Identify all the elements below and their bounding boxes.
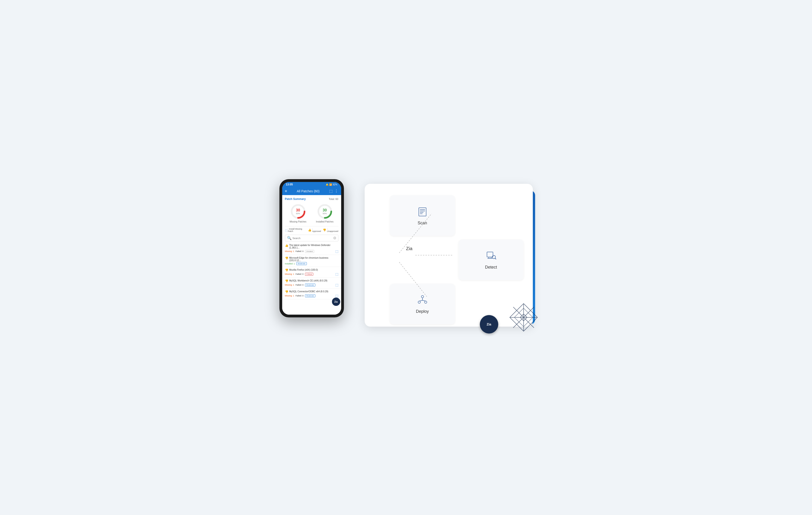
app-title: All Patches (60): [297, 189, 319, 193]
missing-donut: 30 50%: [290, 203, 306, 220]
charts-row: 30 50% Missing Patches: [285, 202, 339, 225]
feature-cards: Scan Detect: [390, 195, 524, 324]
status-badge: Moderate: [296, 262, 307, 265]
battery-icon: 92%: [332, 183, 337, 186]
patch-item[interactable]: 👎 MySQL Workbench CE (x64) (8.0.29) Miss…: [282, 278, 341, 289]
filter-icon[interactable]: ⚙: [333, 236, 336, 240]
patch-total: Total: 60: [329, 198, 339, 200]
approved-icon: 👍: [308, 228, 312, 232]
detect-icon: [486, 250, 497, 262]
installed-patches-chart: 30 50% Installed Patches: [316, 203, 334, 223]
scan-icon: [417, 206, 428, 218]
installed-label: Installed Patches: [316, 221, 334, 223]
detect-card[interactable]: Detect: [459, 239, 524, 280]
unapproved-legend-label: - Unapproved: [327, 228, 338, 232]
scan-label: Scan: [417, 221, 427, 226]
phone-device: 13:05 🔔 📶 92% ≡ All Patches (60) ⬚ ⋮: [280, 179, 344, 317]
install-button[interactable]: ⬚: [336, 283, 339, 287]
status-time: 13:05: [286, 183, 293, 186]
phone-frame: 13:05 🔔 📶 92% ≡ All Patches (60) ⬚ ⋮: [280, 179, 344, 317]
installed-donut: 30 50%: [317, 203, 333, 220]
patch-meta-5: Missing: 1 Failed: 0 Moderate ⬚: [285, 294, 339, 297]
phone-content: Patch Summary Total: 60: [282, 195, 341, 315]
install-button[interactable]: ⬚: [336, 250, 339, 253]
status-bar: 13:05 🔔 📶 92%: [282, 182, 341, 187]
svg-point-14: [421, 295, 424, 298]
app-bar-actions: ⬚ ⋮: [329, 189, 338, 193]
right-panel: Scan Detect: [365, 184, 533, 326]
wifi-icon: 📶: [329, 183, 332, 186]
patch-summary-section: Patch Summary Total: 60: [282, 195, 341, 226]
patch-meta-2: Installed: 1 Moderate: [285, 262, 339, 265]
patch-name-5: 👎 MySQL Connector/ODBC x64 (8.0.29): [285, 290, 339, 293]
install-button[interactable]: ⬚: [336, 294, 339, 297]
zia-avatar[interactable]: Zia: [480, 315, 498, 334]
search-icon: 🔍: [287, 236, 292, 240]
status-badge: Critical: [305, 273, 313, 276]
legend-row: ⬚ - Install Missing Patch 👍 - Approved 👎…: [282, 226, 341, 234]
unapproved-icon: 👎: [323, 228, 326, 232]
install-legend: ⬚ - Install Missing Patch: [285, 228, 306, 232]
patch-item[interactable]: 👎 Mozilla Firefox (x64) (100.0) Missing:…: [282, 267, 341, 278]
zia-fab-button[interactable]: Zia: [332, 297, 340, 306]
install-icon: ⬚: [285, 229, 287, 232]
menu-icon[interactable]: ≡: [285, 189, 287, 193]
patch-item[interactable]: 👎 Microsoft Edge for chromium business (…: [282, 255, 341, 267]
approved-legend: 👍 - Approved: [308, 228, 321, 232]
missing-patches-chart: 30 50% Missing Patches: [290, 203, 307, 223]
installed-count: 30: [323, 208, 327, 212]
patch-meta-4: Missing: 1 Failed: 0 Moderate ⬚: [285, 283, 339, 287]
scan-card[interactable]: Scan: [390, 195, 455, 236]
status-badge: Moderate: [305, 294, 316, 297]
patch-item[interactable]: 👍 The latest update for Windows Defender…: [282, 242, 341, 255]
patch-item[interactable]: 👎 MySQL Connector/ODBC x64 (8.0.29) Miss…: [282, 289, 341, 299]
cast-icon[interactable]: ⬚: [329, 189, 332, 193]
patch-name-4: 👎 MySQL Workbench CE (x64) (8.0.29): [285, 279, 339, 283]
patch-list: 👍 The latest update for Windows Defender…: [282, 242, 341, 315]
search-bar[interactable]: 🔍 ⚙: [285, 235, 339, 241]
patch-name-2: 👎 Microsoft Edge for chromium business (…: [285, 257, 339, 262]
install-button[interactable]: ⬚: [336, 272, 339, 276]
status-badge: Moderate: [305, 284, 316, 287]
more-icon[interactable]: ⋮: [335, 189, 338, 193]
patch-name-3: 👎 Mozilla Firefox (x64) (100.0): [285, 268, 339, 272]
search-input[interactable]: [293, 237, 333, 239]
status-icons: 🔔 📶 92%: [326, 183, 337, 186]
thumb-up-icon: 👍: [285, 244, 288, 247]
install-legend-label: - Install Missing Patch: [288, 228, 306, 232]
deploy-card[interactable]: Deploy: [390, 284, 455, 324]
deploy-label: Deploy: [416, 309, 429, 314]
main-scene: Scan Detect: [280, 179, 533, 336]
approved-legend-label: - Approved: [312, 228, 321, 232]
svg-point-16: [425, 301, 427, 303]
patch-summary-title: Patch Summary: [285, 197, 306, 201]
svg-rect-8: [487, 252, 493, 257]
detect-label: Detect: [485, 265, 497, 270]
svg-rect-3: [419, 208, 426, 216]
zia-icon-text: Zia: [487, 322, 491, 326]
zia-fab-label: Zia: [334, 301, 338, 303]
missing-count: 30: [296, 208, 300, 212]
thumb-down-icon: 👎: [285, 257, 288, 260]
missing-pct: 50%: [296, 212, 300, 214]
svg-line-18: [419, 301, 423, 301]
zia-name-label: Zia: [406, 246, 412, 251]
unapproved-legend: 👎 - Unapproved: [323, 228, 338, 232]
thumb-down-icon: 👎: [285, 268, 288, 272]
status-badge: Unrated: [305, 250, 314, 253]
svg-line-13: [495, 258, 496, 259]
missing-label: Missing Patches: [290, 221, 307, 223]
patch-name-1: 👍 The latest update for Windows Defender…: [285, 244, 339, 249]
svg-point-15: [418, 301, 420, 303]
thumb-down-icon: 👎: [285, 279, 288, 283]
patch-meta-1: Missing: 1 Failed: 0 Unrated ⬚: [285, 250, 339, 253]
thumb-down-icon: 👎: [285, 290, 288, 293]
svg-line-19: [423, 301, 426, 301]
app-bar: ≡ All Patches (60) ⬚ ⋮: [282, 187, 341, 195]
installed-pct: 50%: [323, 212, 327, 214]
patch-meta-3: Missing: 1 Failed: 0 Critical ⬚: [285, 272, 339, 276]
deploy-icon: [417, 294, 428, 306]
phone-screen: 13:05 🔔 📶 92% ≡ All Patches (60) ⬚ ⋮: [282, 182, 341, 315]
notification-icon: 🔔: [326, 183, 328, 186]
